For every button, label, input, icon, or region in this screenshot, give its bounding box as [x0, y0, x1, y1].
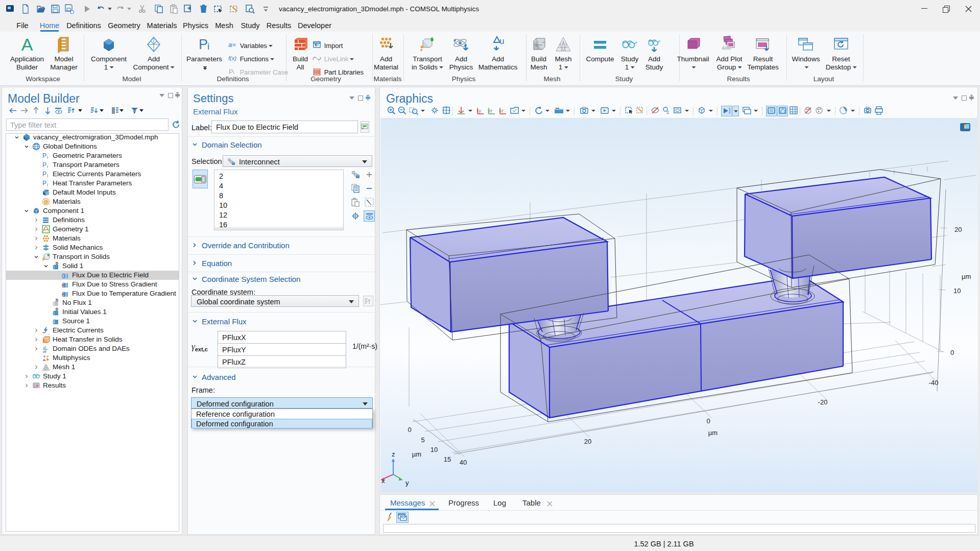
svg-text:-20: -20 [818, 398, 828, 406]
svg-text:z: z [392, 450, 395, 458]
svg-text:x: x [381, 477, 385, 485]
svg-text:y: y [405, 479, 409, 487]
svg-text:a=: a= [228, 41, 236, 49]
svg-text:D: D [56, 308, 58, 311]
svg-text:D: D [56, 262, 58, 265]
svg-text:0: 0 [706, 417, 710, 425]
svg-text:Pi: Pi [229, 68, 234, 76]
svg-text:P: P [42, 161, 46, 169]
svg-text:20: 20 [954, 226, 962, 233]
svg-text:-40: -40 [929, 379, 939, 387]
svg-text:D: D [56, 299, 58, 302]
svg-text:P: P [199, 37, 208, 52]
svg-text:A: A [21, 36, 33, 53]
svg-text:_: _ [47, 330, 50, 334]
svg-text:i: i [47, 182, 48, 187]
svg-text:i: i [47, 155, 48, 160]
svg-text:5: 5 [421, 436, 424, 444]
svg-text:µm: µm [962, 273, 971, 280]
svg-text:+: + [42, 331, 44, 334]
svg-text:µm: µm [412, 450, 421, 458]
svg-text:µm: µm [708, 429, 718, 437]
svg-text:P: P [42, 180, 46, 187]
svg-text:10: 10 [431, 446, 438, 453]
svg-text:u: u [499, 36, 504, 46]
svg-text:i: i [47, 164, 48, 169]
svg-text:0: 0 [950, 349, 954, 356]
svg-text:dt: dt [43, 349, 46, 353]
svg-text:40: 40 [460, 459, 467, 466]
svg-text:2: 2 [666, 110, 669, 115]
svg-text:0: 0 [408, 426, 411, 434]
svg-text:P: P [42, 171, 46, 178]
svg-text:P: P [42, 152, 46, 159]
svg-text:i: i [207, 41, 209, 52]
svg-text:10: 10 [953, 287, 961, 295]
svg-text:15: 15 [444, 456, 451, 463]
svg-text:f(x): f(x) [228, 55, 236, 61]
svg-text:20: 20 [584, 438, 591, 445]
svg-text:i: i [47, 173, 48, 178]
